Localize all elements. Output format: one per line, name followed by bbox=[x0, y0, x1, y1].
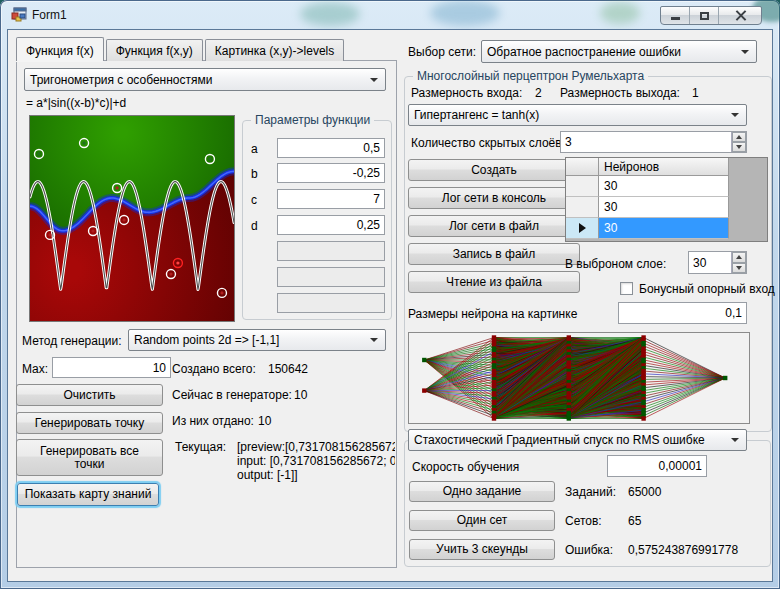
learning-rate-label: Скорость обучения bbox=[412, 460, 519, 474]
button-label: Генерировать все точки bbox=[31, 445, 148, 471]
tab-function-fx[interactable]: Функция f(x) bbox=[16, 37, 104, 61]
param-extra-field-2[interactable] bbox=[277, 267, 385, 287]
clear-button[interactable]: Очистить bbox=[16, 384, 163, 406]
button-label: Очистить bbox=[63, 389, 115, 402]
maximize-button[interactable] bbox=[690, 7, 719, 24]
param-d-label: d bbox=[251, 219, 258, 233]
arrow-up-icon bbox=[736, 135, 742, 139]
grid-corner-cell bbox=[566, 158, 599, 176]
learning-rate-field[interactable] bbox=[607, 455, 707, 477]
param-a-field[interactable] bbox=[277, 138, 385, 158]
button-label: Лог сети в консоль bbox=[442, 192, 546, 205]
param-b-field[interactable] bbox=[277, 163, 385, 183]
max-field[interactable] bbox=[52, 357, 171, 378]
tab-strip: Функция f(x) Функция f(x,y) Картинка (x,… bbox=[16, 37, 346, 61]
row-header[interactable] bbox=[566, 176, 599, 197]
bonus-input-label: Бонусный опорный вход bbox=[639, 282, 775, 296]
tasks-value: 65000 bbox=[628, 485, 661, 499]
log-console-button[interactable]: Лог сети в консоль bbox=[408, 187, 580, 209]
neurons-grid[interactable]: Нейронов 30 30 30 bbox=[565, 157, 768, 242]
generate-point-button[interactable]: Генерировать точку bbox=[16, 412, 163, 434]
created-total-value: 150642 bbox=[268, 362, 308, 376]
log-file-button[interactable]: Лог сети в файл bbox=[408, 215, 580, 237]
gen-method-value: Random points 2d => [-1,1] bbox=[134, 333, 279, 347]
selected-layer-label: В выброном слое: bbox=[565, 257, 666, 271]
sets-value: 65 bbox=[628, 514, 641, 528]
maximize-icon bbox=[700, 12, 709, 20]
network-picture-canvas[interactable] bbox=[409, 333, 749, 423]
input-dim-value: 2 bbox=[535, 86, 542, 100]
grid-cell[interactable]: 30 bbox=[599, 176, 729, 197]
window-titlebar[interactable]: Form1 bbox=[0, 0, 780, 30]
param-d-field[interactable] bbox=[277, 215, 385, 235]
perceptron-group-title: Многослойный перцептрон Румельхарта bbox=[413, 69, 648, 83]
spin-down-button[interactable] bbox=[732, 263, 746, 274]
learn-3-seconds-button[interactable]: Учить 3 скеунды bbox=[409, 539, 555, 560]
error-value: 0,575243876991778 bbox=[628, 543, 738, 557]
one-set-button[interactable]: Один сет bbox=[409, 510, 555, 531]
button-label: Один сет bbox=[457, 514, 508, 527]
button-label: Учить 3 скеунды bbox=[436, 543, 528, 556]
minimize-button[interactable] bbox=[661, 7, 690, 24]
generate-all-points-button[interactable]: Генерировать все точки bbox=[16, 439, 163, 476]
function-plot-canvas[interactable] bbox=[30, 116, 234, 321]
button-label: Запись в файл bbox=[453, 248, 536, 261]
grid-cell[interactable]: 30 bbox=[599, 197, 729, 218]
tab-label: Картинка (x,y)->levels bbox=[215, 44, 334, 58]
tab-label: Функция f(x) bbox=[26, 44, 94, 58]
activation-value: Гипертангенс = tanh(x) bbox=[414, 108, 539, 122]
current-row-icon bbox=[579, 223, 586, 233]
input-dim-label: Размерность входа: bbox=[411, 86, 522, 100]
param-c-field[interactable] bbox=[277, 189, 385, 209]
write-file-button[interactable]: Запись в файл bbox=[408, 243, 580, 265]
close-button[interactable] bbox=[719, 7, 761, 24]
in-generator-label: Сейчас в генераторе: bbox=[172, 388, 292, 402]
optimizer-combo[interactable]: Стахостический Градиентный спуск по RMS … bbox=[408, 429, 747, 451]
created-total-label: Создано всего: bbox=[172, 362, 256, 376]
tasks-label: Заданий: bbox=[565, 485, 616, 499]
minimize-icon bbox=[671, 17, 680, 20]
show-knowledge-map-button[interactable]: Показать карту знаний bbox=[17, 483, 159, 506]
network-select-value: Обратное распостранение ошибки bbox=[487, 45, 681, 59]
chevron-down-icon bbox=[741, 50, 749, 54]
function-preset-value: Тригонометрия с особенностями bbox=[30, 73, 212, 87]
one-task-button[interactable]: Одно задание bbox=[409, 481, 555, 502]
given-label: Из них отдано: bbox=[172, 414, 254, 428]
param-extra-field-1[interactable] bbox=[277, 241, 385, 261]
grid-cell[interactable]: 30 bbox=[599, 218, 729, 239]
activation-combo[interactable]: Гипертангенс = tanh(x) bbox=[408, 104, 747, 126]
tab-label: Функция f(x,y) bbox=[116, 44, 193, 58]
param-a-label: a bbox=[251, 142, 258, 156]
tab-function-fxy[interactable]: Функция f(x,y) bbox=[106, 39, 203, 61]
read-file-button[interactable]: Чтение из файла bbox=[408, 271, 580, 293]
row-header[interactable] bbox=[566, 218, 599, 239]
network-select-combo[interactable]: Обратное распостранение ошибки bbox=[481, 40, 757, 63]
chevron-down-icon bbox=[370, 78, 378, 82]
table-row[interactable]: 30 bbox=[566, 197, 767, 218]
optimizer-value: Стахостический Градиентный спуск по RMS … bbox=[414, 433, 705, 447]
selected-layer-spinner bbox=[731, 252, 746, 273]
bonus-input-checkbox[interactable] bbox=[620, 282, 633, 295]
gen-method-combo[interactable]: Random points 2d => [-1,1] bbox=[128, 329, 386, 351]
grid-column-header: Нейронов bbox=[599, 158, 729, 176]
chevron-down-icon bbox=[731, 113, 739, 117]
table-row[interactable]: 30 bbox=[566, 176, 767, 197]
given-value: 10 bbox=[258, 414, 271, 428]
create-network-button[interactable]: Создать bbox=[408, 159, 580, 181]
spin-up-button[interactable] bbox=[732, 132, 746, 142]
hidden-layers-field[interactable] bbox=[560, 131, 747, 153]
current-point-value: [preview:[0,731708156285672; 0 input: [0… bbox=[237, 440, 395, 484]
network-select-label: Выбор сети: bbox=[408, 45, 476, 59]
spin-down-button[interactable] bbox=[732, 142, 746, 152]
spin-up-button[interactable] bbox=[732, 252, 746, 263]
param-extra-field-3[interactable] bbox=[277, 293, 385, 313]
table-row-selected[interactable]: 30 bbox=[566, 218, 767, 239]
row-header[interactable] bbox=[566, 197, 599, 218]
error-label: Ошибка: bbox=[565, 543, 613, 557]
caption-buttons bbox=[660, 6, 762, 25]
function-preset-combo[interactable]: Тригонометрия с особенностями bbox=[24, 68, 386, 91]
neuron-size-field[interactable] bbox=[618, 302, 747, 324]
param-b-label: b bbox=[251, 167, 258, 181]
formula-label: = a*|sin((x-b)*c)|+d bbox=[26, 96, 126, 110]
tab-picture-levels[interactable]: Картинка (x,y)->levels bbox=[205, 39, 344, 61]
